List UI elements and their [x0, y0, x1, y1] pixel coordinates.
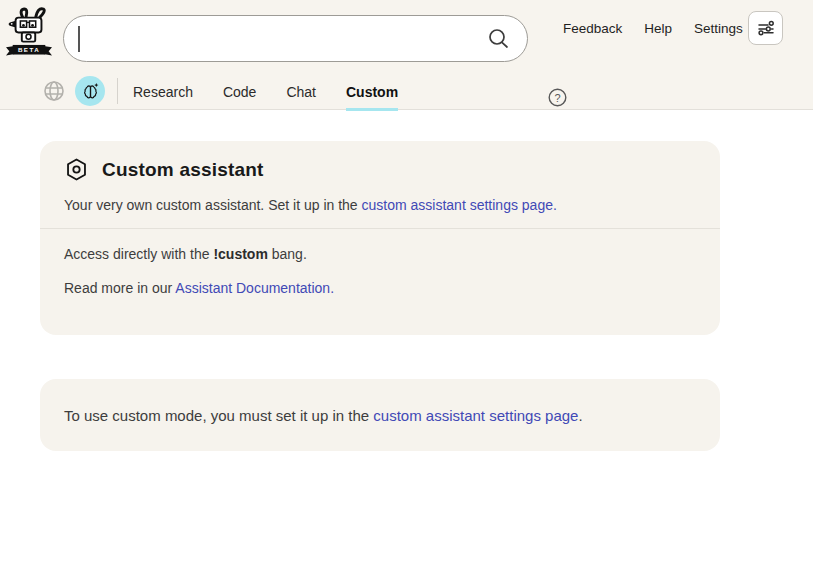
tab-divider — [117, 78, 118, 104]
web-search-tab[interactable] — [43, 80, 65, 102]
svg-text:?: ? — [554, 92, 560, 104]
card-title-row: Custom assistant — [64, 157, 696, 182]
search-submit-button[interactable] — [487, 27, 511, 51]
custom-assistant-card-bottom: Access directly with the !custom bang. R… — [40, 229, 720, 335]
bang-hint: Access directly with the !custom bang. — [64, 246, 696, 263]
feedback-link[interactable]: Feedback — [563, 21, 622, 36]
setup-notice-card: To use custom mode, you must set it up i… — [40, 379, 720, 451]
bang-post: bang. — [268, 246, 307, 262]
kagi-logo[interactable]: BETA — [6, 5, 52, 59]
notice-pre: To use custom mode, you must set it up i… — [64, 407, 373, 424]
assistant-tabs: Research Code Chat Custom — [133, 75, 398, 111]
custom-assistant-card: Custom assistant Your very own custom as… — [40, 141, 720, 335]
intro-text: Your very own custom assistant. Set it u… — [64, 197, 362, 213]
search-box[interactable] — [63, 15, 528, 62]
notice-post: . — [578, 407, 582, 424]
docs-pre: Read more in our — [64, 280, 175, 296]
tab-custom[interactable]: Custom — [346, 75, 398, 111]
docs-hint: Read more in our Assistant Documentation… — [64, 280, 696, 297]
search-filters-button[interactable] — [748, 11, 783, 45]
search-icon — [487, 27, 511, 51]
bang-code: !custom — [213, 246, 267, 262]
tab-research[interactable]: Research — [133, 75, 193, 111]
question-mark-icon: ? — [548, 88, 567, 107]
brain-sparkle-icon — [82, 83, 99, 100]
hex-nut-icon — [64, 157, 89, 182]
beta-label: BETA — [18, 46, 40, 53]
assistant-lens-button[interactable] — [75, 76, 105, 106]
search-input[interactable] — [64, 16, 527, 61]
tab-chat[interactable]: Chat — [286, 75, 316, 111]
card-intro: Your very own custom assistant. Set it u… — [64, 197, 696, 214]
header: BETA Feedback Help Settings — [0, 0, 813, 110]
custom-assistant-card-top: Custom assistant Your very own custom as… — [40, 141, 720, 228]
custom-assistant-settings-link[interactable]: custom assistant settings page. — [362, 197, 557, 213]
settings-link[interactable]: Settings — [694, 21, 743, 36]
help-link[interactable]: Help — [644, 21, 672, 36]
setup-notice-text: To use custom mode, you must set it up i… — [64, 407, 583, 424]
sliders-icon — [755, 17, 777, 39]
top-nav: Feedback Help Settings — [563, 21, 743, 36]
doggo-logo-icon: BETA — [6, 5, 52, 59]
card-title: Custom assistant — [102, 159, 264, 181]
bang-pre: Access directly with the — [64, 246, 213, 262]
settings-page-link[interactable]: custom assistant settings page — [373, 407, 578, 424]
assistant-documentation-link[interactable]: Assistant Documentation. — [175, 280, 334, 296]
globe-icon — [43, 80, 65, 102]
tabs-help-button[interactable]: ? — [548, 88, 567, 107]
tab-code[interactable]: Code — [223, 75, 256, 111]
